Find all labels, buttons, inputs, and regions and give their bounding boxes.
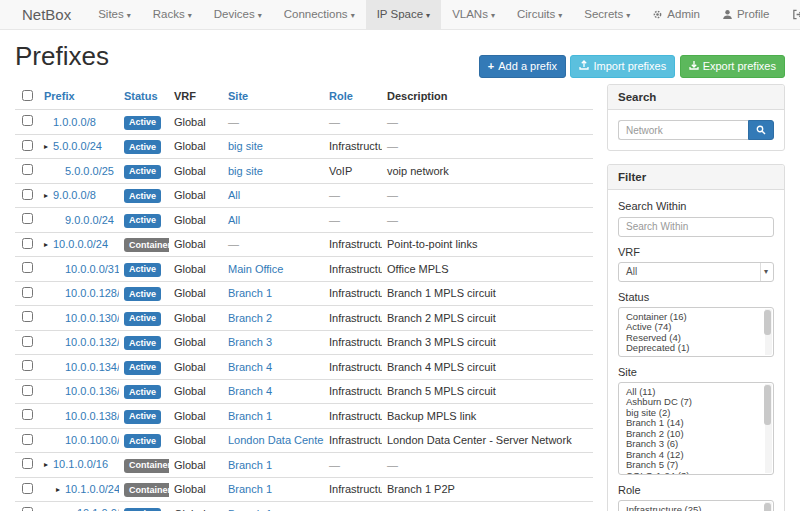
site-link[interactable]: Branch 4 xyxy=(228,385,272,397)
row-checkbox[interactable] xyxy=(22,189,33,200)
filter-option[interactable]: big site (2) xyxy=(619,408,773,419)
site-link[interactable]: big site xyxy=(228,140,263,152)
prefix-link[interactable]: 10.0.0.128/31 xyxy=(65,287,119,299)
nav-profile[interactable]: Profile xyxy=(711,0,781,29)
vrf-cell: Global xyxy=(169,379,223,404)
column-header-role[interactable]: Role xyxy=(324,84,382,110)
import-prefixes-button[interactable]: Import prefixes xyxy=(570,55,675,78)
row-checkbox[interactable] xyxy=(22,262,33,273)
site-link[interactable]: London Data Center xyxy=(228,434,324,446)
filter-option[interactable]: Container (16) xyxy=(619,312,773,323)
prefix-link[interactable]: 10.0.100.0/24 xyxy=(65,434,119,446)
role-cell: Infrastructure xyxy=(324,232,382,257)
nav-item-devices[interactable]: Devices▾ xyxy=(203,0,273,29)
row-checkbox[interactable] xyxy=(22,140,33,151)
row-checkbox[interactable] xyxy=(22,483,33,494)
prefix-link[interactable]: 5.0.0.0/24 xyxy=(53,140,102,152)
nav-item-racks[interactable]: Racks▾ xyxy=(142,0,203,29)
vrf-cell: Global xyxy=(169,404,223,429)
row-checkbox[interactable] xyxy=(22,409,33,420)
prefix-link[interactable]: 5.0.0.0/25 xyxy=(65,165,114,177)
prefix-link[interactable]: 1.0.0.0/8 xyxy=(53,116,96,128)
row-checkbox[interactable] xyxy=(22,458,33,469)
add-prefix-button[interactable]: + Add a prefix xyxy=(479,55,566,78)
row-checkbox[interactable] xyxy=(22,507,33,511)
nav-item-circuits[interactable]: Circuits▾ xyxy=(506,0,573,29)
prefix-link[interactable]: 10.0.0.136/31 xyxy=(65,385,119,397)
row-checkbox[interactable] xyxy=(22,360,33,371)
filter-option[interactable]: All (11) xyxy=(619,387,773,398)
nav-item-sites[interactable]: Sites▾ xyxy=(87,0,142,29)
row-checkbox[interactable] xyxy=(22,311,33,322)
filter-option[interactable]: Branch 5 (7) xyxy=(619,460,773,471)
row-checkbox[interactable] xyxy=(22,434,33,445)
filter-option[interactable]: Infrastructure (25) xyxy=(619,505,773,511)
site-link[interactable]: Branch 2 xyxy=(228,312,272,324)
filter-option[interactable]: Branch 3 (6) xyxy=(619,439,773,450)
select-all-checkbox[interactable] xyxy=(22,90,33,101)
site-filter-list[interactable]: All (11)Ashburn DC (7)big site (2)Branch… xyxy=(618,382,774,475)
filter-option[interactable]: Deprecated (1) xyxy=(619,343,773,354)
scrollbar[interactable] xyxy=(765,309,772,355)
row-checkbox[interactable] xyxy=(22,238,33,249)
nav-logout[interactable]: Log out xyxy=(781,0,800,29)
row-checkbox[interactable] xyxy=(22,385,33,396)
search-input[interactable] xyxy=(618,120,748,140)
prefix-link[interactable]: 10.0.0.132/31 xyxy=(65,336,119,348)
column-header-prefix[interactable]: Prefix xyxy=(39,84,119,110)
filter-option[interactable]: COLO-1-24 (3) xyxy=(619,471,773,475)
role-filter-list[interactable]: Infrastructure (25)Management (8)Private… xyxy=(618,500,774,511)
search-button[interactable] xyxy=(748,120,774,140)
status-filter-list[interactable]: Container (16)Active (74)Reserved (4)Dep… xyxy=(618,307,774,357)
site-link[interactable]: Main Office xyxy=(228,263,283,275)
row-checkbox[interactable] xyxy=(22,287,33,298)
site-link[interactable]: Branch 1 xyxy=(228,410,272,422)
site-link[interactable]: big site xyxy=(228,165,263,177)
site-link[interactable]: Branch 4 xyxy=(228,361,272,373)
filter-option[interactable]: Branch 4 (12) xyxy=(619,450,773,461)
app-logo[interactable]: NetBox xyxy=(22,0,71,29)
site-link[interactable]: All xyxy=(228,189,240,201)
prefix-link[interactable]: 9.0.0.0/8 xyxy=(53,189,96,201)
site-link[interactable]: Branch 1 xyxy=(228,459,272,471)
prefix-link[interactable]: 10.0.0.130/31 xyxy=(65,312,119,324)
column-header-status[interactable]: Status xyxy=(119,84,169,110)
status-badge: Active xyxy=(124,214,161,228)
row-checkbox[interactable] xyxy=(22,115,33,126)
site-link[interactable]: All xyxy=(228,214,240,226)
nav-item-vlans[interactable]: VLANs▾ xyxy=(441,0,506,29)
vrf-select[interactable]: All ▾ xyxy=(618,262,774,282)
prefix-link[interactable]: 9.0.0.0/24 xyxy=(65,214,114,226)
filter-option[interactable]: Branch 1 (14) xyxy=(619,418,773,429)
site-cell: London Data Center xyxy=(223,428,324,453)
scrollbar[interactable] xyxy=(765,502,772,511)
scrollbar[interactable] xyxy=(765,384,772,473)
row-checkbox[interactable] xyxy=(22,213,33,224)
export-prefixes-button[interactable]: Export prefixes xyxy=(680,55,785,78)
prefix-link[interactable]: 10.1.0.0/25 xyxy=(77,507,119,511)
prefix-link[interactable]: 10.0.0.0/24 xyxy=(53,238,108,250)
prefix-link[interactable]: 10.0.0.134/31 xyxy=(65,361,119,373)
nav-item-connections[interactable]: Connections▾ xyxy=(273,0,366,29)
filter-option[interactable]: Ashburn DC (7) xyxy=(619,397,773,408)
filter-option[interactable]: Reserved (4) xyxy=(619,333,773,344)
row-checkbox[interactable] xyxy=(22,164,33,175)
prefix-link[interactable]: 10.0.0.0/31 xyxy=(65,263,119,275)
prefix-link[interactable]: 10.1.0.0/16 xyxy=(53,458,108,470)
column-header-site[interactable]: Site xyxy=(223,84,324,110)
nav-admin[interactable]: Admin xyxy=(641,0,711,29)
prefix-link[interactable]: 10.1.0.0/24 xyxy=(65,483,119,495)
filter-option[interactable]: Branch 2 (10) xyxy=(619,429,773,440)
prefix-table: Prefix Status VRF Site Role Description … xyxy=(15,84,593,511)
filter-option[interactable]: Active (74) xyxy=(619,322,773,333)
nav-item-secrets[interactable]: Secrets▾ xyxy=(573,0,641,29)
site-link[interactable]: Branch 3 xyxy=(228,336,272,348)
site-cell: All xyxy=(223,208,324,233)
row-checkbox[interactable] xyxy=(22,336,33,347)
role-cell: VoIP xyxy=(324,159,382,184)
prefix-link[interactable]: 10.0.0.138/31 xyxy=(65,410,119,422)
site-link[interactable]: Branch 1 xyxy=(228,483,272,495)
site-link[interactable]: Branch 1 xyxy=(228,287,272,299)
search-within-input[interactable] xyxy=(618,217,774,237)
nav-item-ip-space[interactable]: IP Space▾ xyxy=(366,0,441,29)
